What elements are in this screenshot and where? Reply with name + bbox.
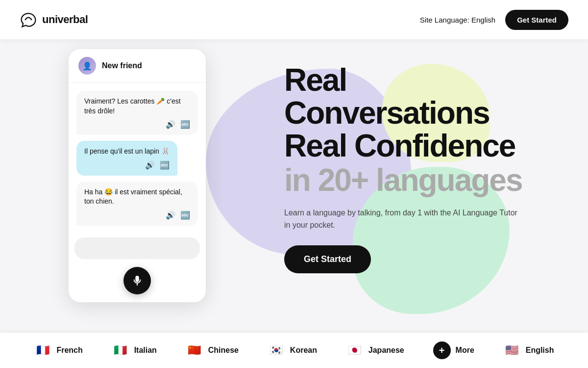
lang-label-korean: Korean [290,346,317,355]
lang-item-italian[interactable]: 🇮🇹 Italian [112,342,157,359]
lang-label-chinese: Chinese [208,346,239,355]
hero-headline-3: in 20+ languages [284,163,559,197]
message-bubble-sent-2: Il pense qu'il est un lapin 🐰 🔊 🔤 [76,141,177,176]
chat-input-area[interactable] [74,237,200,259]
hero-description: Learn a language by talking, from day 1 … [284,207,519,232]
language-bar: 🇫🇷 French 🇮🇹 Italian 🇨🇳 Chinese 🇰🇷 Korea… [0,333,588,368]
message-text-3: Ha ha 😂 il est vraiment spécial, ton chi… [84,187,190,207]
mic-button[interactable] [123,267,151,294]
chat-contact-name: New friend [102,61,142,70]
translate-icon-3[interactable]: 🔤 [180,210,190,220]
lang-label-english: English [526,346,554,355]
flag-japanese: 🇯🇵 [346,342,364,359]
lang-label-french: French [56,346,82,355]
hero-section: 👤 New friend Vraiment? Les carottes 🥕 c'… [0,39,588,368]
translate-icon-1[interactable]: 🔤 [180,120,190,129]
logo-icon [20,11,37,28]
lang-label-italian: Italian [134,346,157,355]
chat-card: 👤 New friend Vraiment? Les carottes 🥕 c'… [69,49,206,302]
chat-header: 👤 New friend [69,49,206,83]
lang-label-japanese: Japanese [368,346,404,355]
flag-chinese: 🇨🇳 [186,342,203,359]
flag-italian: 🇮🇹 [112,342,129,359]
flag-english: 🇺🇸 [503,342,521,359]
volume-icon-2[interactable]: 🔊 [145,160,155,170]
logo-area: univerbal [20,11,88,28]
avatar: 👤 [78,57,96,75]
more-circle-icon: + [433,342,451,359]
hero-text: Real Conversations Real Confidence in 20… [284,64,559,273]
lang-item-japanese[interactable]: 🇯🇵 Japanese [346,342,404,359]
message-text-2: Il pense qu'il est un lapin 🐰 [84,147,170,157]
volume-icon-1[interactable]: 🔊 [166,120,175,129]
navbar: univerbal Site Language: English Get Sta… [0,0,588,39]
lang-item-more[interactable]: + More [433,342,474,359]
nav-right: Site Language: English Get Started [420,10,568,30]
bubble-actions-2: 🔊 🔤 [84,160,170,170]
get-started-button-nav[interactable]: Get Started [505,10,568,30]
mic-button-wrap [69,267,206,294]
site-language-label: Site Language: [420,16,469,24]
volume-icon-3[interactable]: 🔊 [166,210,175,220]
bubble-actions-1: 🔊 🔤 [84,120,190,129]
message-text-1: Vraiment? Les carottes 🥕 c'est très drôl… [84,97,190,116]
flag-korean: 🇰🇷 [268,342,285,359]
bubble-actions-3: 🔊 🔤 [84,210,190,220]
lang-item-chinese[interactable]: 🇨🇳 Chinese [186,342,239,359]
flag-french: 🇫🇷 [34,342,51,359]
phone-mockup: 👤 New friend Vraiment? Les carottes 🥕 c'… [69,49,216,302]
lang-label-more: More [456,346,474,355]
chat-body: Vraiment? Les carottes 🥕 c'est très drôl… [69,83,206,234]
hero-headline-1: Real Conversations [284,64,559,130]
site-language: Site Language: English [420,16,495,24]
logo-text: univerbal [42,13,88,26]
mic-icon [132,275,143,286]
site-language-value: English [471,16,495,24]
lang-item-english[interactable]: 🇺🇸 English [503,342,554,359]
message-bubble-received-1: Vraiment? Les carottes 🥕 c'est très drôl… [76,91,198,135]
get-started-button-hero[interactable]: Get Started [284,245,371,273]
message-bubble-received-3: Ha ha 😂 il est vraiment spécial, ton chi… [76,182,198,226]
translate-icon-2[interactable]: 🔤 [160,160,170,170]
hero-headline-2: Real Confidence [284,130,559,162]
lang-item-korean[interactable]: 🇰🇷 Korean [268,342,317,359]
lang-item-french[interactable]: 🇫🇷 French [34,342,82,359]
